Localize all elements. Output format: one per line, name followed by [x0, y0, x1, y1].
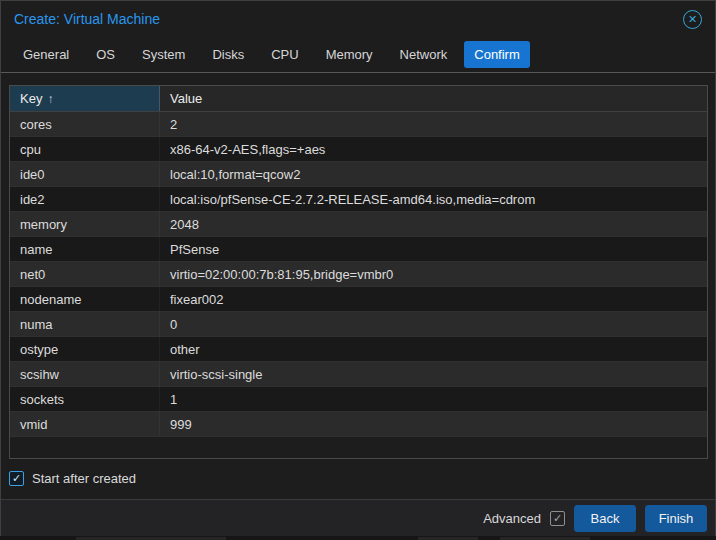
- column-header-key[interactable]: Key ↑: [10, 86, 160, 111]
- start-after-created-checkbox[interactable]: ✓: [9, 471, 24, 486]
- row-key: cpu: [10, 137, 160, 161]
- row-key: ostype: [10, 337, 160, 361]
- row-value: local:10,format=qcow2: [160, 162, 707, 186]
- grid-header-row: Key ↑ Value: [10, 86, 707, 112]
- row-value: 2048: [160, 212, 707, 236]
- dialog-footer: Advanced ✓ Back Finish: [1, 499, 715, 536]
- tab-disks[interactable]: Disks: [202, 41, 254, 68]
- row-key: scsihw: [10, 362, 160, 386]
- row-value: x86-64-v2-AES,flags=+aes: [160, 137, 707, 161]
- tab-memory[interactable]: Memory: [316, 41, 383, 68]
- tab-bar: GeneralOSSystemDisksCPUMemoryNetworkConf…: [1, 37, 715, 72]
- table-row-ide0[interactable]: ide0local:10,format=qcow2: [10, 162, 707, 187]
- table-row-cores[interactable]: cores2: [10, 112, 707, 137]
- row-key: cores: [10, 112, 160, 136]
- row-key: nodename: [10, 287, 160, 311]
- tab-confirm[interactable]: Confirm: [464, 41, 530, 68]
- tabbar-divider: [1, 72, 715, 73]
- finish-button[interactable]: Finish: [645, 505, 707, 532]
- table-row-ostype[interactable]: ostypeother: [10, 337, 707, 362]
- advanced-checkbox[interactable]: ✓: [550, 511, 565, 526]
- advanced-label: Advanced: [483, 511, 541, 526]
- row-value: PfSense: [160, 237, 707, 261]
- table-row-memory[interactable]: memory2048: [10, 212, 707, 237]
- table-row-name[interactable]: namePfSense: [10, 237, 707, 262]
- row-value: 2: [160, 112, 707, 136]
- dialog-titlebar: Create: Virtual Machine ✕: [1, 1, 715, 37]
- column-header-value-label: Value: [170, 91, 202, 106]
- row-value: virtio-scsi-single: [160, 362, 707, 386]
- sort-ascending-icon: ↑: [47, 92, 53, 106]
- create-vm-dialog: Create: Virtual Machine ✕ GeneralOSSyste…: [0, 0, 716, 536]
- table-row-numa[interactable]: numa0: [10, 312, 707, 337]
- row-key: net0: [10, 262, 160, 286]
- start-after-created-label: Start after created: [32, 471, 136, 486]
- row-value: local:iso/pfSense-CE-2.7.2-RELEASE-amd64…: [160, 187, 707, 211]
- row-key: vmid: [10, 412, 160, 436]
- row-key: numa: [10, 312, 160, 336]
- table-row-sockets[interactable]: sockets1: [10, 387, 707, 412]
- table-row-nodename[interactable]: nodenamefixear002: [10, 287, 707, 312]
- tab-cpu[interactable]: CPU: [261, 41, 308, 68]
- row-key: ide2: [10, 187, 160, 211]
- row-key: memory: [10, 212, 160, 236]
- column-header-key-label: Key: [20, 91, 42, 106]
- row-value: 999: [160, 412, 707, 436]
- close-icon[interactable]: ✕: [683, 10, 702, 29]
- table-row-net0[interactable]: net0virtio=02:00:00:7b:81:95,bridge=vmbr…: [10, 262, 707, 287]
- table-row-vmid[interactable]: vmid999: [10, 412, 707, 437]
- row-key: name: [10, 237, 160, 261]
- tab-system[interactable]: System: [132, 41, 195, 68]
- column-header-value[interactable]: Value: [160, 86, 707, 111]
- grid-body: cores2cpux86-64-v2-AES,flags=+aeside0loc…: [10, 112, 707, 437]
- confirm-settings-grid: Key ↑ Value cores2cpux86-64-v2-AES,flags…: [9, 85, 708, 459]
- table-row-scsihw[interactable]: scsihwvirtio-scsi-single: [10, 362, 707, 387]
- row-value: virtio=02:00:00:7b:81:95,bridge=vmbr0: [160, 262, 707, 286]
- row-key: sockets: [10, 387, 160, 411]
- start-after-created-option: ✓ Start after created: [9, 471, 136, 486]
- back-button[interactable]: Back: [574, 505, 636, 532]
- tab-os[interactable]: OS: [86, 41, 125, 68]
- row-value: other: [160, 337, 707, 361]
- background-page-sliver: [0, 536, 716, 540]
- row-value: fixear002: [160, 287, 707, 311]
- table-row-cpu[interactable]: cpux86-64-v2-AES,flags=+aes: [10, 137, 707, 162]
- table-row-ide2[interactable]: ide2local:iso/pfSense-CE-2.7.2-RELEASE-a…: [10, 187, 707, 212]
- dialog-title: Create: Virtual Machine: [14, 11, 160, 27]
- row-value: 0: [160, 312, 707, 336]
- row-key: ide0: [10, 162, 160, 186]
- tab-network[interactable]: Network: [390, 41, 458, 68]
- tab-general[interactable]: General: [13, 41, 79, 68]
- row-value: 1: [160, 387, 707, 411]
